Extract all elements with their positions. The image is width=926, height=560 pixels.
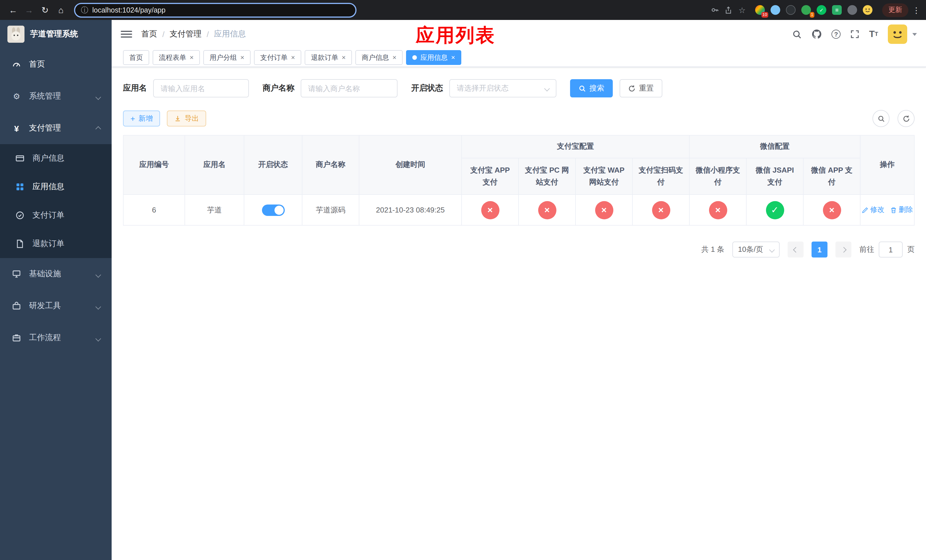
- delete-link[interactable]: 删除: [890, 205, 913, 215]
- sidebar-item-merchant-info[interactable]: 商户信息: [0, 144, 112, 173]
- tab-close-icon[interactable]: ×: [451, 54, 455, 61]
- cell-created: 2021-10-23 08:49:25: [359, 195, 461, 225]
- merchant-name-label: 商户名称: [263, 83, 294, 94]
- merchant-name-input-wrap: [301, 79, 398, 97]
- user-avatar[interactable]: [888, 24, 907, 44]
- home-icon[interactable]: ⌂: [53, 3, 68, 17]
- sidebar-item-label: 应用信息: [32, 182, 64, 192]
- url-bar[interactable]: ⓘ localhost:1024/pay/app: [74, 3, 357, 17]
- sidebar-item-label: 研发工具: [29, 301, 61, 311]
- sidebar-item-app-info[interactable]: 应用信息: [0, 173, 112, 201]
- back-icon[interactable]: ←: [6, 3, 21, 17]
- sidebar-item-infrastructure[interactable]: 基础设施: [0, 258, 112, 290]
- tab-refund-orders[interactable]: 退款订单×: [305, 50, 352, 65]
- circle-check-icon: [15, 211, 25, 220]
- sidebar-item-home[interactable]: 首页: [0, 48, 112, 80]
- tab-process-form[interactable]: 流程表单×: [153, 50, 200, 65]
- sidebar-item-label: 系统管理: [29, 91, 61, 101]
- reset-button[interactable]: 重置: [620, 79, 662, 97]
- wechat-jsapi-status-icon: ✓: [766, 201, 784, 219]
- alipay-app-status-icon: ×: [481, 201, 499, 219]
- extension-icon-dark[interactable]: [786, 5, 796, 15]
- sidebar-item-dev-tools[interactable]: 研发工具: [0, 290, 112, 322]
- bookmark-star-icon[interactable]: ☆: [736, 4, 748, 16]
- cell-status: [244, 195, 302, 225]
- cell-app-id: 6: [123, 195, 185, 225]
- breadcrumb-separator: /: [162, 30, 165, 39]
- tab-close-icon[interactable]: ×: [240, 54, 244, 61]
- current-page-button[interactable]: 1: [811, 242, 828, 257]
- filter-bar: 应用名 商户名称 开启状态 请选择开启状态: [112, 67, 926, 97]
- tab-close-icon[interactable]: ×: [392, 54, 396, 61]
- extension-icon-colorful[interactable]: 10: [755, 5, 765, 15]
- help-icon[interactable]: ?: [831, 30, 841, 39]
- next-page-button[interactable]: [835, 242, 851, 257]
- tab-close-icon[interactable]: ×: [342, 54, 346, 61]
- tab-pay-orders[interactable]: 支付订单×: [254, 50, 301, 65]
- site-info-icon[interactable]: ⓘ: [81, 5, 88, 15]
- sidebar-item-payment[interactable]: ¥ 支付管理: [0, 112, 112, 144]
- chrome-update-button[interactable]: 更新: [882, 3, 908, 17]
- tab-user-group[interactable]: 用户分组×: [203, 50, 251, 65]
- sidebar-collapse-icon[interactable]: [121, 29, 132, 40]
- sidebar-item-pay-orders[interactable]: 支付订单: [0, 201, 112, 230]
- sidebar-item-label: 支付管理: [29, 123, 61, 133]
- profile-avatar-icon[interactable]: [863, 5, 873, 15]
- cell-merchant: 芋道源码: [302, 195, 359, 225]
- extension-icon-puzzle[interactable]: [847, 5, 857, 15]
- app-name-input[interactable]: [160, 84, 242, 92]
- share-icon[interactable]: [722, 4, 735, 16]
- status-select[interactable]: 请选择开启状态: [449, 79, 557, 97]
- main-area: 首页 / 支付管理 / 应用信息 应用列表 ?: [112, 20, 926, 560]
- sidebar-item-system[interactable]: ⚙ 系统管理: [0, 80, 112, 112]
- prev-page-button[interactable]: [788, 242, 803, 257]
- status-toggle[interactable]: [262, 204, 284, 216]
- tabs-bar: 首页 流程表单× 用户分组× 支付订单× 退款订单× 商户信息× 应用信息×: [112, 48, 926, 67]
- search-button[interactable]: 搜索: [570, 79, 613, 97]
- sidebar-item-label: 商户信息: [32, 153, 64, 163]
- sidebar-item-label: 基础设施: [29, 269, 61, 279]
- data-table: 应用编号 应用名 开启状态 商户名称 创建时间 支付宝配置 微信配置 操作 支付…: [123, 135, 915, 226]
- tab-close-icon[interactable]: ×: [190, 54, 194, 61]
- col-status: 开启状态: [244, 135, 302, 195]
- refresh-button[interactable]: [897, 110, 915, 127]
- avatar-dropdown-caret[interactable]: [912, 33, 917, 36]
- breadcrumb-section[interactable]: 支付管理: [170, 29, 201, 39]
- edit-link[interactable]: 修改: [862, 205, 884, 215]
- extension-icon-blue[interactable]: [770, 5, 780, 15]
- forward-icon[interactable]: →: [22, 3, 36, 17]
- sidebar-item-workflow[interactable]: 工作流程: [0, 322, 112, 354]
- extension-icon-green-badge[interactable]: 1: [801, 5, 811, 15]
- tab-app-info[interactable]: 应用信息×: [406, 50, 461, 65]
- active-tab-dot: [412, 55, 417, 60]
- password-key-icon[interactable]: [708, 4, 721, 16]
- font-size-icon[interactable]: TT: [869, 30, 878, 39]
- reload-icon[interactable]: ↻: [38, 3, 52, 17]
- app-logo[interactable]: 芋道管理系统: [0, 20, 112, 48]
- browser-menu-icon[interactable]: ⋮: [912, 5, 920, 15]
- gear-icon: ⚙: [11, 92, 22, 101]
- github-icon[interactable]: [811, 29, 822, 39]
- chevron-down-icon: [544, 85, 550, 91]
- show-search-toggle-button[interactable]: [873, 110, 890, 127]
- wechat-app-status-icon: ×: [823, 201, 841, 219]
- tab-close-icon[interactable]: ×: [291, 54, 295, 61]
- breadcrumb-home[interactable]: 首页: [141, 29, 157, 39]
- col-wechat-app: 微信 APP 支付: [803, 158, 860, 195]
- add-button[interactable]: + 新增: [123, 110, 160, 127]
- tab-merchant-info[interactable]: 商户信息×: [356, 50, 402, 65]
- extension-icon-green-check[interactable]: ✓: [817, 5, 826, 15]
- goto-page-input[interactable]: [879, 242, 903, 257]
- sidebar-item-label: 退款订单: [32, 239, 64, 249]
- page-size-select[interactable]: 10条/页: [732, 242, 780, 257]
- sidebar-item-refund-orders[interactable]: 退款订单: [0, 230, 112, 258]
- search-icon[interactable]: [792, 29, 802, 39]
- breadcrumb: 首页 / 支付管理 / 应用信息: [141, 29, 246, 39]
- merchant-name-input[interactable]: [308, 84, 390, 92]
- chevron-down-icon: [96, 333, 100, 342]
- extension-icon-green-doc[interactable]: ≡: [832, 5, 842, 15]
- fullscreen-icon[interactable]: [850, 30, 859, 39]
- pagination: 共 1 条 10条/页 1 前往 页: [112, 226, 926, 257]
- export-button[interactable]: 导出: [167, 110, 206, 127]
- tab-home[interactable]: 首页: [123, 50, 149, 65]
